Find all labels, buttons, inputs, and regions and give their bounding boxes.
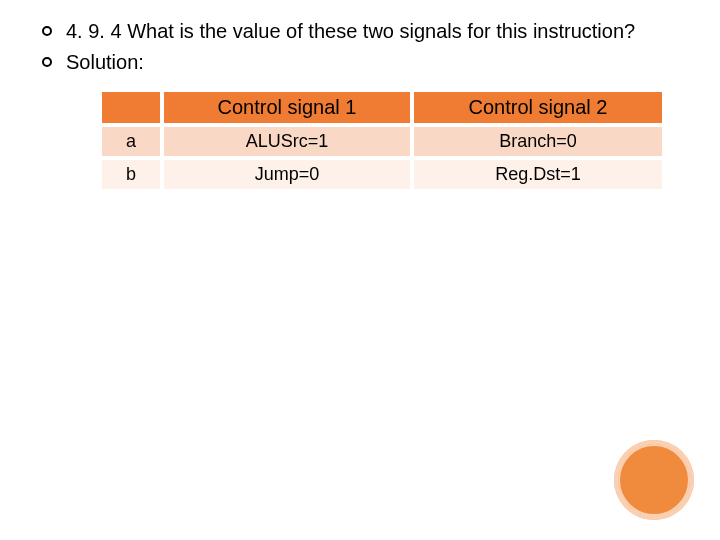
- signals-table: Control signal 1 Control signal 2 a ALUS…: [102, 92, 662, 193]
- header-c2: Control signal 2: [412, 92, 662, 125]
- table-header-row: Control signal 1 Control signal 2: [102, 92, 662, 125]
- row-c1: ALUSrc=1: [162, 125, 412, 158]
- header-blank: [102, 92, 162, 125]
- bullet-question-text: 4. 9. 4 What is the value of these two s…: [66, 20, 635, 42]
- bullet-question: 4. 9. 4 What is the value of these two s…: [40, 18, 690, 45]
- table-wrap: Control signal 1 Control signal 2 a ALUS…: [102, 92, 662, 193]
- header-c1: Control signal 1: [162, 92, 412, 125]
- table-row: a ALUSrc=1 Branch=0: [102, 125, 662, 158]
- row-c2: Branch=0: [412, 125, 662, 158]
- table-row: b Jump=0 Reg.Dst=1: [102, 158, 662, 191]
- bullet-solution: Solution:: [40, 49, 690, 76]
- row-c2: Reg.Dst=1: [412, 158, 662, 191]
- row-label: a: [102, 125, 162, 158]
- bullet-solution-text: Solution:: [66, 51, 144, 73]
- row-c1: Jump=0: [162, 158, 412, 191]
- row-label: b: [102, 158, 162, 191]
- slide: 4. 9. 4 What is the value of these two s…: [0, 0, 720, 540]
- decorative-circle-icon: [614, 440, 694, 520]
- bullet-list: 4. 9. 4 What is the value of these two s…: [30, 18, 690, 76]
